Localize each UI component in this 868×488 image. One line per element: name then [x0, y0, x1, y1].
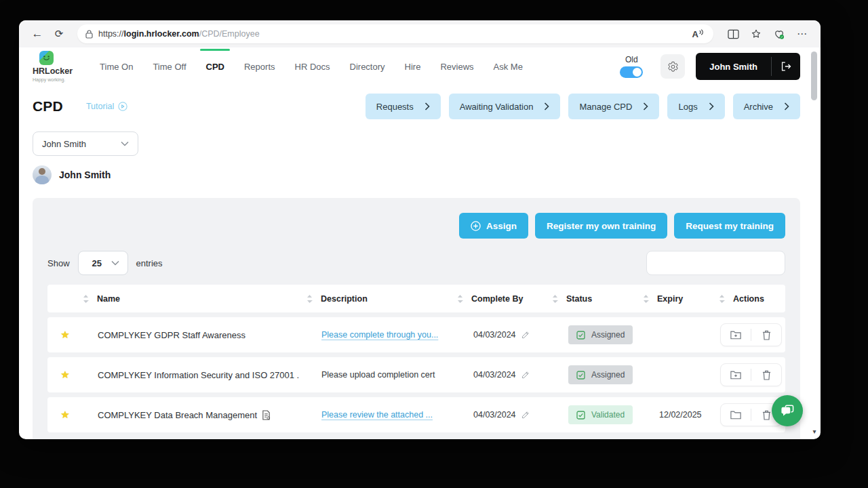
favorite-star-icon[interactable]: ★: [60, 329, 69, 341]
page-size-select[interactable]: 25: [78, 251, 128, 275]
training-description-link[interactable]: Please review the attached ...: [321, 410, 433, 420]
user-menu-button[interactable]: John Smith: [696, 53, 800, 80]
nav-item-hr-docs[interactable]: HR Docs: [295, 62, 330, 72]
chevron-right-icon: [425, 102, 430, 110]
add-to-folder-icon[interactable]: [721, 323, 751, 346]
trash-icon[interactable]: [751, 323, 781, 346]
app-navbar: HRLocker Happy working. Time On Time Off…: [19, 47, 821, 85]
nav-item-hire[interactable]: Hire: [405, 62, 421, 72]
requests-button[interactable]: Requests: [366, 94, 441, 119]
sort-icon[interactable]: [457, 295, 463, 303]
column-header-description[interactable]: Description: [321, 294, 368, 304]
table-row: ★ COMPLYKEY GDPR Staff Awareness Please …: [47, 317, 785, 352]
search-box: [646, 251, 785, 275]
sort-icon[interactable]: [552, 295, 558, 303]
old-toggle-label: Old: [625, 55, 638, 64]
nav-item-cpd[interactable]: CPD: [206, 62, 224, 72]
chat-icon: [779, 403, 795, 419]
screenshot-frame: ← ⟳ https://login.hrlocker.com/CPD/Emplo…: [0, 0, 868, 488]
employee-name: John Smith: [59, 169, 111, 180]
training-actions: Assign Register my own training Request …: [47, 213, 785, 239]
training-description-link[interactable]: Please complete through you...: [321, 330, 438, 340]
url-text: https://login.hrlocker.com/CPD/Employee: [98, 29, 690, 39]
gear-icon: [667, 61, 679, 73]
logout-icon[interactable]: [772, 53, 800, 80]
browser-window: ← ⟳ https://login.hrlocker.com/CPD/Emplo…: [19, 20, 821, 439]
column-header-name[interactable]: Name: [97, 294, 120, 304]
sort-icon[interactable]: [83, 295, 89, 303]
page-header: CPD Tutorial Requests Awaiting Validatio…: [19, 85, 821, 119]
logo-text: HRLocker: [33, 67, 73, 76]
complete-by-date: 04/03/2024: [473, 410, 516, 420]
chevron-right-icon: [709, 102, 714, 110]
employee-select[interactable]: John Smith: [33, 131, 138, 156]
scrollbar-thumb[interactable]: [811, 52, 817, 100]
awaiting-validation-button[interactable]: Awaiting Validation: [449, 94, 561, 119]
trash-icon[interactable]: [751, 363, 781, 386]
browser-essentials-icon[interactable]: [770, 25, 788, 43]
table-header: Name Description Complete By Status: [47, 285, 785, 312]
old-version-toggle[interactable]: [620, 66, 643, 78]
training-description: Please upload completion cert: [321, 370, 435, 380]
edit-pencil-icon[interactable]: [521, 371, 530, 380]
column-header-expiry[interactable]: Expiry: [657, 294, 683, 304]
logo-tagline: Happy working.: [33, 77, 73, 82]
address-bar[interactable]: https://login.hrlocker.com/CPD/Employee …: [77, 24, 713, 43]
chevron-down-icon: [111, 260, 119, 266]
quick-links: Requests Awaiting Validation Manage CPD …: [366, 94, 800, 119]
back-icon[interactable]: ←: [28, 25, 46, 43]
chevron-right-icon: [643, 102, 648, 110]
refresh-icon[interactable]: ⟳: [50, 25, 68, 43]
tutorial-link[interactable]: Tutorial: [86, 102, 127, 111]
checkbox-icon: [576, 331, 585, 340]
browser-toolbar: ← ⟳ https://login.hrlocker.com/CPD/Emplo…: [19, 20, 821, 47]
favorites-icon[interactable]: [747, 25, 765, 43]
edit-pencil-icon[interactable]: [521, 411, 530, 420]
main-nav: Time On Time Off CPD Reports HR Docs Dir…: [100, 62, 523, 72]
manage-cpd-button[interactable]: Manage CPD: [568, 94, 659, 119]
logo-smiley-icon: [39, 51, 54, 65]
logs-button[interactable]: Logs: [667, 94, 724, 119]
split-screen-icon[interactable]: [724, 25, 742, 43]
assign-button[interactable]: Assign: [459, 213, 528, 239]
add-to-folder-icon[interactable]: [721, 363, 751, 386]
complete-by-date: 04/03/2024: [473, 370, 516, 380]
chevron-right-icon: [544, 102, 549, 110]
nav-item-time-on[interactable]: Time On: [100, 62, 133, 72]
avatar: [33, 165, 52, 184]
nav-item-reports[interactable]: Reports: [244, 62, 275, 72]
register-training-button[interactable]: Register my own training: [535, 213, 667, 239]
row-actions: [720, 363, 782, 386]
chat-widget-button[interactable]: [772, 395, 803, 426]
read-aloud-icon[interactable]: A: [690, 29, 707, 39]
table-row: ★ COMPLYKEY Information Security and ISO…: [47, 357, 785, 392]
nav-item-time-off[interactable]: Time Off: [153, 62, 186, 72]
complete-by-date: 04/03/2024: [473, 330, 516, 340]
nav-item-ask-me[interactable]: Ask Me: [494, 62, 523, 72]
more-menu-icon[interactable]: ⋯: [793, 25, 811, 43]
attached-document-icon: [262, 410, 271, 420]
cpd-table: Name Description Complete By Status: [47, 285, 785, 432]
nav-item-reviews[interactable]: Reviews: [440, 62, 473, 72]
column-header-status[interactable]: Status: [566, 294, 592, 304]
training-name: COMPLYKEY Information Security and ISO 2…: [98, 370, 299, 380]
edit-pencil-icon[interactable]: [521, 331, 530, 340]
sort-icon[interactable]: [719, 295, 725, 303]
column-header-complete-by[interactable]: Complete By: [471, 294, 523, 304]
page-scrollbar[interactable]: ▾: [810, 50, 818, 436]
settings-button[interactable]: [660, 54, 685, 79]
scroll-down-arrow-icon[interactable]: ▾: [810, 428, 818, 435]
training-name: COMPLYKEY GDPR Staff Awareness: [98, 330, 245, 340]
folder-icon[interactable]: [721, 403, 751, 426]
favorite-star-icon[interactable]: ★: [60, 409, 69, 421]
request-training-button[interactable]: Request my training: [674, 213, 785, 239]
archive-button[interactable]: Archive: [733, 94, 800, 119]
column-header-actions: Actions: [733, 294, 764, 304]
nav-item-directory[interactable]: Directory: [350, 62, 385, 72]
browser-action-icons: ⋯: [724, 25, 811, 43]
search-input[interactable]: [659, 258, 778, 268]
checkbox-icon: [576, 411, 585, 420]
favorite-star-icon[interactable]: ★: [60, 369, 69, 381]
sort-icon[interactable]: [307, 295, 313, 303]
sort-icon[interactable]: [643, 295, 649, 303]
